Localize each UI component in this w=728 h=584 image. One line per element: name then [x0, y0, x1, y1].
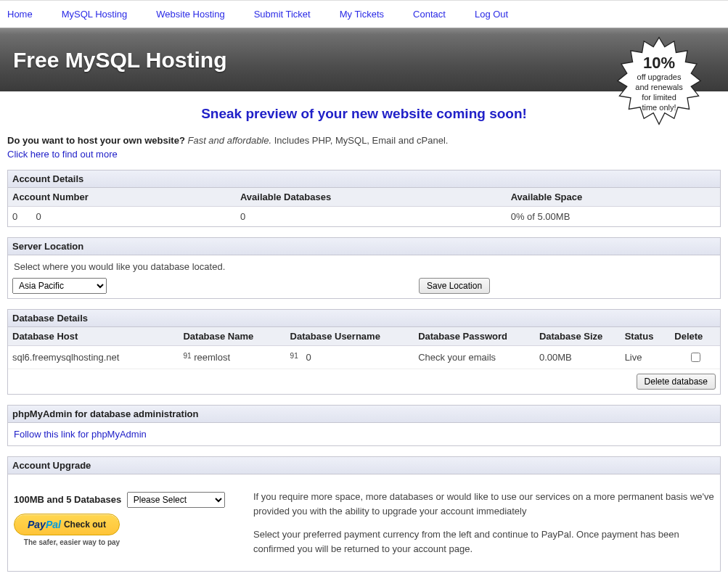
upgrade-currency-select[interactable]: Please Select — [127, 492, 225, 508]
host-blurb-question: Do you want to host your own website? — [7, 135, 185, 146]
starburst-line1: off upgrades — [637, 73, 682, 83]
account-upgrade-title: Account Upgrade — [8, 457, 720, 474]
db-host: sql6.freemysqlhosting.net — [8, 346, 179, 369]
th-db-pwd: Database Password — [414, 327, 535, 346]
delete-database-button[interactable]: Delete database — [637, 374, 716, 390]
database-details-title: Database Details — [8, 310, 720, 327]
upgrade-paragraph-1: If you require more space, more database… — [253, 490, 714, 518]
phpmyadmin-title: phpMyAdmin for database administration — [8, 406, 720, 423]
account-dbs: 0 — [236, 207, 507, 227]
phpmyadmin-link[interactable]: Follow this link for phpMyAdmin — [14, 429, 147, 440]
db-pwd: Check your emails — [414, 346, 535, 369]
db-delete-checkbox[interactable] — [691, 353, 700, 362]
th-db-host: Database Host — [8, 327, 179, 346]
paypal-logo: PayPal — [28, 519, 61, 530]
account-details-section: Account Details Account Number Available… — [7, 170, 721, 227]
page-title: Free MySQL Hosting — [13, 48, 227, 73]
server-location-title: Server Location — [8, 238, 720, 255]
header-band: Free MySQL Hosting 10% off upgrades and … — [0, 28, 728, 91]
upgrade-paragraph-2: Select your preferred payment currency f… — [253, 527, 714, 556]
starburst-line2: and renewals — [635, 83, 682, 93]
account-number-b: 0 — [36, 211, 41, 222]
th-available-space: Available Space — [507, 188, 720, 207]
th-account-number: Account Number — [8, 188, 236, 207]
server-location-section: Server Location Select where you would l… — [7, 237, 721, 299]
th-db-status: Status — [621, 327, 671, 346]
th-available-dbs: Available Databases — [236, 188, 507, 207]
db-user-b: 0 — [306, 352, 311, 363]
starburst-pct: 10% — [643, 53, 675, 73]
upgrade-left-label: 100MB and 5 Databases — [14, 494, 121, 505]
db-size: 0.00MB — [535, 346, 621, 369]
th-db-delete: Delete — [670, 327, 720, 346]
paypal-subtext: The safer, easier way to pay — [14, 538, 130, 546]
paypal-checkout-button[interactable]: PayPal Check out — [14, 514, 120, 535]
th-db-size: Database Size — [535, 327, 621, 346]
save-location-button[interactable]: Save Location — [419, 278, 490, 294]
host-learn-more-link[interactable]: Click here to find out more — [7, 149, 118, 160]
top-nav: Home MySQL Hosting Website Hosting Submi… — [0, 0, 728, 28]
host-blurb: Do you want to host your own website? Fa… — [7, 135, 721, 146]
db-status: Live — [621, 346, 671, 369]
server-location-desc: Select where you would like you database… — [8, 255, 720, 274]
database-details-section: Database Details Database Host Database … — [7, 309, 721, 395]
th-db-user: Database Username — [286, 327, 414, 346]
sneak-preview-banner: Sneak preview of your new website coming… — [0, 91, 728, 135]
database-row: sql6.freemysqlhosting.net 91 reemlost 91… — [8, 346, 720, 369]
db-name-a: 91 — [183, 352, 191, 360]
nav-my-tickets[interactable]: My Tickets — [340, 9, 384, 20]
nav-submit-ticket[interactable]: Submit Ticket — [254, 9, 311, 20]
phpmyadmin-section: phpMyAdmin for database administration F… — [7, 405, 721, 446]
account-space: 0% of 5.00MB — [507, 207, 720, 227]
nav-home[interactable]: Home — [7, 9, 33, 20]
account-details-title: Account Details — [8, 170, 720, 188]
paypal-checkout-label: Check out — [64, 519, 106, 530]
nav-contact[interactable]: Contact — [413, 9, 446, 20]
nav-website-hosting[interactable]: Website Hosting — [156, 9, 224, 20]
host-blurb-rest: Includes PHP, MySQL, Email and cPanel. — [271, 135, 448, 146]
db-name-b: reemlost — [194, 352, 230, 363]
account-number-a: 0 — [12, 211, 17, 222]
host-blurb-italic: Fast and affordable. — [187, 135, 271, 146]
account-upgrade-section: Account Upgrade 100MB and 5 Databases Pl… — [7, 456, 721, 572]
nav-mysql-hosting[interactable]: MySQL Hosting — [62, 9, 128, 20]
server-location-select[interactable]: Asia Pacific — [12, 278, 107, 294]
account-row: 0 0 0 0% of 5.00MB — [8, 207, 720, 227]
db-user-a: 91 — [290, 352, 298, 360]
th-db-name: Database Name — [179, 327, 285, 346]
nav-logout[interactable]: Log Out — [475, 9, 508, 20]
